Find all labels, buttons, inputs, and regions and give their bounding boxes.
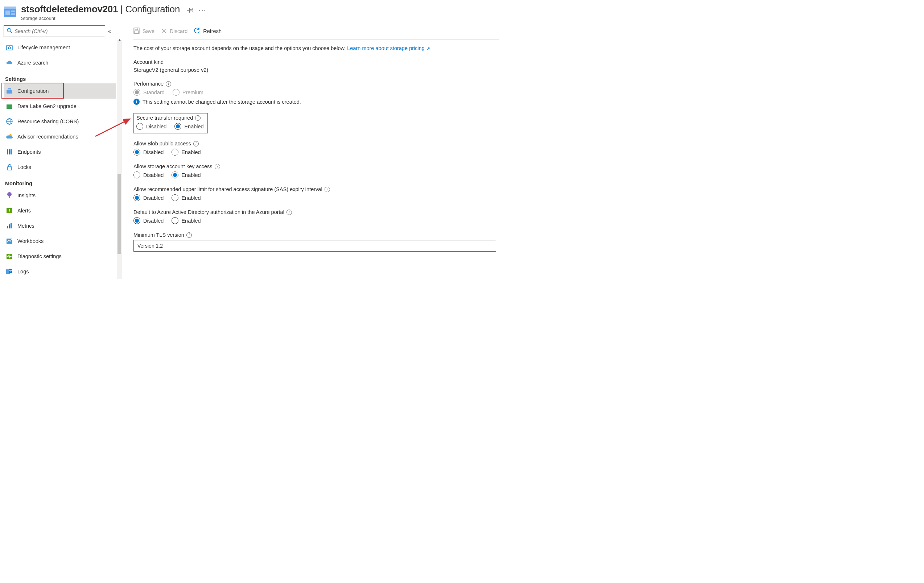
description-text: The cost of your storage account depends… xyxy=(134,45,499,51)
svg-rect-22 xyxy=(9,196,10,198)
sidebar-item-label: Diagnostic settings xyxy=(17,254,62,259)
radio-sas-disabled[interactable]: Disabled xyxy=(134,194,163,201)
aad-default-label: Default to Azure Active Directory author… xyxy=(134,209,284,215)
field-key-access: Allow storage account key access i Disab… xyxy=(134,163,499,178)
annotation-arrow xyxy=(94,115,134,140)
svg-rect-9 xyxy=(7,90,12,94)
radio-key-disabled[interactable]: Disabled xyxy=(134,171,163,178)
info-icon[interactable]: i xyxy=(186,232,192,238)
sidebar-item-label: Alerts xyxy=(17,208,31,214)
alerts-icon: ! xyxy=(6,208,13,213)
toolbar: Save Discard Refresh xyxy=(134,23,499,40)
sidebar-item-label: Data Lake Gen2 upgrade xyxy=(17,103,76,109)
account-kind-value: StorageV2 (general purpose v2) xyxy=(134,67,499,73)
svg-rect-4 xyxy=(11,13,15,15)
sidebar-item-logs[interactable]: Logs xyxy=(3,264,116,279)
sidebar-item-label: Azure search xyxy=(17,60,48,66)
info-icon[interactable]: i xyxy=(325,187,330,192)
sidebar-item-datalake-upgrade[interactable]: Data Lake Gen2 upgrade xyxy=(3,99,116,114)
refresh-button[interactable]: Refresh xyxy=(194,28,221,35)
search-input[interactable] xyxy=(15,28,102,34)
svg-rect-1 xyxy=(4,7,16,9)
info-icon[interactable]: i xyxy=(193,141,199,147)
sidebar-item-endpoints[interactable]: Endpoints xyxy=(3,144,116,160)
cloud-search-icon xyxy=(6,60,13,65)
svg-rect-26 xyxy=(9,224,10,229)
scroll-up-icon[interactable]: ▲ xyxy=(118,38,122,42)
logs-icon xyxy=(6,268,13,275)
sidebar-item-label: Workbooks xyxy=(17,238,43,244)
lifecycle-icon xyxy=(6,44,13,51)
info-icon[interactable]: i xyxy=(214,164,220,169)
info-icon[interactable]: i xyxy=(166,81,171,87)
sidebar-item-lifecycle[interactable]: Lifecycle management xyxy=(3,40,116,55)
learn-more-link[interactable]: Learn more about storage pricing ↗ xyxy=(347,45,430,51)
svg-rect-10 xyxy=(8,89,11,90)
sidebar-item-metrics[interactable]: Metrics xyxy=(3,218,116,234)
field-blob-public: Allow Blob public access i Disabled Enab… xyxy=(134,141,499,156)
svg-rect-27 xyxy=(10,223,12,229)
tls-label: Minimum TLS version xyxy=(134,232,184,238)
group-settings-label: Settings xyxy=(5,76,116,82)
discard-label: Discard xyxy=(170,28,188,34)
diagnostic-icon xyxy=(6,254,13,259)
annotation-highlight: Secure transfer required i Disabled Enab… xyxy=(134,113,208,133)
sidebar-item-workbooks[interactable]: Workbooks xyxy=(3,234,116,249)
svg-point-5 xyxy=(7,28,11,32)
collapse-sidebar-icon[interactable]: « xyxy=(108,28,111,34)
save-button: Save xyxy=(134,28,155,35)
svg-rect-3 xyxy=(11,10,15,12)
header-subtitle: Storage account xyxy=(21,16,206,21)
more-icon[interactable]: ··· xyxy=(199,7,206,14)
toolbox-icon xyxy=(6,88,13,94)
radio-blob-enabled[interactable]: Enabled xyxy=(172,149,201,156)
field-tls: Minimum TLS version i Version 1.2 xyxy=(134,232,499,252)
info-icon[interactable]: i xyxy=(287,209,292,215)
svg-point-21 xyxy=(7,192,12,196)
sidebar-item-label: Endpoints xyxy=(17,149,41,155)
radio-aad-disabled[interactable]: Disabled xyxy=(134,217,163,224)
info-filled-icon: i xyxy=(134,99,140,105)
field-aad-default: Default to Azure Active Directory author… xyxy=(134,209,499,224)
blade-header: stsoftdeletedemov201 | Configuration ···… xyxy=(0,0,504,23)
sidebar-item-label: Lifecycle management xyxy=(17,44,70,50)
sidebar-item-locks[interactable]: Locks xyxy=(3,160,116,175)
scrollbar-thumb[interactable] xyxy=(117,174,121,254)
svg-line-6 xyxy=(10,31,12,33)
chart-icon xyxy=(6,223,13,229)
svg-rect-12 xyxy=(7,104,12,105)
radio-sas-enabled[interactable]: Enabled xyxy=(172,194,201,201)
svg-point-8 xyxy=(8,47,10,49)
radio-aad-enabled[interactable]: Enabled xyxy=(172,217,201,224)
performance-label: Performance xyxy=(134,81,163,87)
svg-rect-19 xyxy=(10,149,12,155)
tls-value: Version 1.2 xyxy=(137,243,163,249)
svg-rect-2 xyxy=(5,10,10,15)
sidebar-item-diagnostic[interactable]: Diagnostic settings xyxy=(3,249,116,264)
key-access-label: Allow storage account key access xyxy=(134,163,213,169)
sidebar-item-azure-search[interactable]: Azure search xyxy=(3,55,116,70)
field-sas-expiry: Allow recommended upper limit for shared… xyxy=(134,186,499,201)
sidebar-item-label: Advisor recommendations xyxy=(17,134,78,140)
group-monitoring-label: Monitoring xyxy=(5,181,116,186)
sidebar-item-insights[interactable]: Insights xyxy=(3,188,116,203)
external-link-icon: ↗ xyxy=(426,46,430,51)
pin-icon[interactable] xyxy=(187,7,194,14)
radio-secure-disabled[interactable]: Disabled xyxy=(136,123,167,130)
sidebar-item-configuration[interactable]: Configuration xyxy=(3,83,116,99)
radio-key-enabled[interactable]: Enabled xyxy=(172,171,201,178)
discard-button: Discard xyxy=(161,28,188,35)
sidebar-search[interactable] xyxy=(3,25,105,37)
radio-secure-enabled[interactable]: Enabled xyxy=(175,123,203,130)
section-name: Configuration xyxy=(125,3,180,15)
tls-select[interactable]: Version 1.2 xyxy=(134,240,496,252)
radio-blob-disabled[interactable]: Disabled xyxy=(134,149,163,156)
discard-icon xyxy=(161,28,167,35)
secure-transfer-label: Secure transfer required xyxy=(136,115,193,121)
radio-premium: Premium xyxy=(173,89,203,96)
sidebar-item-alerts[interactable]: ! Alerts xyxy=(3,203,116,218)
info-icon[interactable]: i xyxy=(195,115,201,121)
resource-name: stsoftdeletedemov201 xyxy=(21,3,118,15)
field-performance: Performance i Standard Premium i This se xyxy=(134,81,499,105)
account-kind-label: Account kind xyxy=(134,59,499,65)
